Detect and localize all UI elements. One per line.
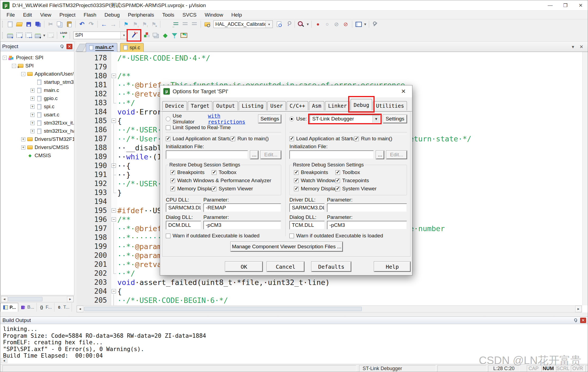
dialog-tab-asm[interactable]: Asm <box>309 101 324 110</box>
function-combo[interactable]: HAL_ADCEx_Calibration_S▾ <box>213 20 273 28</box>
bookmark-next-icon[interactable] <box>140 20 149 28</box>
use-debugger-radio[interactable] <box>289 117 294 121</box>
close-panel-icon[interactable]: ✕ <box>580 318 586 323</box>
help-button[interactable]: Help <box>374 262 411 272</box>
flash-funnel-icon[interactable] <box>170 31 179 39</box>
project-tree[interactable]: -Project: SPI-SPI-Application/User/start… <box>0 51 74 295</box>
menu-window[interactable]: Window <box>201 11 227 19</box>
dialog-tab-target[interactable]: Target <box>188 101 213 110</box>
comment-icon[interactable] <box>180 20 190 28</box>
tree-item-spi-c[interactable]: +spi.c <box>1 103 74 111</box>
cpu-dll-input[interactable]: SARMCM3.DLL <box>166 203 201 212</box>
dialog-tab-utilities[interactable]: Utilities <box>373 101 407 110</box>
tree-item-drivers-stm32f1xx-hal-driver[interactable]: +Drivers/STM32F1xx_HAL_Driver <box>1 135 74 143</box>
menu-edit[interactable]: Edit <box>19 11 36 19</box>
fold-collapse-icon[interactable]: − <box>112 163 116 168</box>
incremental-find-icon[interactable] <box>284 20 293 28</box>
dialog-dll-input[interactable]: DCM.DLL <box>166 221 201 230</box>
checkbox-system-viewer[interactable] <box>212 187 216 191</box>
scroll-thumb[interactable] <box>8 297 42 301</box>
tree-item-drivers-cmsis[interactable]: +Drivers/CMSIS <box>1 143 74 151</box>
undo-icon[interactable] <box>77 20 87 28</box>
init-file-input[interactable] <box>166 150 248 159</box>
scroll-left-icon[interactable]: ◄ <box>1 358 7 363</box>
menu-tools[interactable]: Tools <box>158 11 178 19</box>
find-dropdown-icon[interactable] <box>306 20 310 28</box>
close-file-icon[interactable]: ✕ <box>580 44 583 50</box>
nav-back-icon[interactable] <box>99 20 109 28</box>
checkbox-tracepoints[interactable] <box>335 178 340 183</box>
debug-session-icon[interactable] <box>161 31 170 39</box>
chevron-down-icon[interactable]: ▾ <box>120 32 127 39</box>
menu-view[interactable]: View <box>36 11 55 19</box>
defaults-button[interactable]: Defaults <box>311 262 351 272</box>
manage-rte-icon[interactable] <box>142 31 151 39</box>
warn-outdated-checkbox[interactable] <box>289 234 294 238</box>
driver-param-input[interactable] <box>327 203 407 212</box>
redo-icon[interactable] <box>87 20 96 28</box>
expand-icon[interactable]: + <box>21 145 25 150</box>
load-app-checkbox[interactable] <box>289 137 294 141</box>
tab-templates[interactable]: T... <box>54 303 72 312</box>
dialog-tab-user[interactable]: User <box>267 101 286 110</box>
expand-icon[interactable]: + <box>30 129 35 133</box>
expand-icon[interactable]: + <box>30 97 35 101</box>
browse-button[interactable]: ... <box>250 151 258 159</box>
scroll-left-icon[interactable]: ◄ <box>1 296 8 302</box>
expand-icon[interactable]: + <box>30 121 35 125</box>
target-combo[interactable]: SPI▾ <box>73 32 128 39</box>
expand-icon[interactable]: + <box>30 113 35 117</box>
collapse-icon[interactable]: - <box>3 56 7 60</box>
window-layout-icon[interactable] <box>354 20 363 28</box>
use-simulator-radio[interactable] <box>166 117 170 121</box>
checkbox-system-viewer[interactable] <box>335 187 340 191</box>
menu-help[interactable]: Help <box>227 11 246 19</box>
expand-icon[interactable]: + <box>21 137 25 141</box>
dialog-tab-debug[interactable]: Debug <box>351 99 372 110</box>
simulator-settings-button[interactable]: Settings <box>258 115 281 123</box>
build-output-content[interactable]: linking...Program Size: Code=5884 RO-dat… <box>0 324 588 364</box>
dialog-close-icon[interactable]: ✕ <box>397 88 409 95</box>
fold-collapse-icon[interactable]: − <box>112 217 116 222</box>
cancel-button[interactable]: Cancel <box>267 262 304 272</box>
scroll-thumb[interactable] <box>84 307 362 311</box>
chevron-down-icon[interactable]: ▼ <box>372 115 380 123</box>
checkbox-breakpoints[interactable] <box>294 170 299 175</box>
translate-icon[interactable] <box>5 31 15 39</box>
dialog-tab-device[interactable]: Device <box>162 101 187 110</box>
menu-peripherals[interactable]: Peripherals <box>124 11 158 19</box>
new-file-icon[interactable] <box>5 20 15 28</box>
fold-collapse-icon[interactable]: − <box>112 119 116 123</box>
chevron-down-icon[interactable]: ▾ <box>265 21 272 28</box>
tree-item-application-user-[interactable]: -Application/User/ <box>1 70 74 78</box>
pin-icon[interactable] <box>573 318 578 323</box>
tree-item-main-c[interactable]: +main.c <box>1 86 74 94</box>
tree-item-spi[interactable]: -SPI <box>1 62 74 70</box>
menu-file[interactable]: File <box>2 11 19 19</box>
edit-button[interactable]: Edit... <box>261 151 281 159</box>
debugger-combo[interactable]: ST-Link Debugger ▼ <box>310 115 380 123</box>
driver-dll-input[interactable]: SARMCM3.DLL <box>289 203 325 212</box>
scroll-left-icon[interactable]: ◄ <box>77 306 83 312</box>
uncomment-icon[interactable] <box>190 20 199 28</box>
editor-tab-main-c[interactable]: main.c* <box>86 43 117 52</box>
collapse-icon[interactable]: - <box>21 72 25 76</box>
checkbox-memory-display[interactable] <box>294 187 299 191</box>
pin-icon[interactable] <box>59 44 65 49</box>
window-layout-dropdown-icon[interactable] <box>363 20 367 28</box>
tree-item-cmsis[interactable]: CMSIS <box>1 151 74 160</box>
browse-button[interactable]: ... <box>376 151 384 159</box>
ok-button[interactable]: OK <box>225 262 263 272</box>
checkbox-memory-display[interactable] <box>170 187 175 191</box>
bookmark-toggle-icon[interactable] <box>121 20 131 28</box>
expand-icon[interactable]: + <box>30 88 35 92</box>
limit-speed-checkbox[interactable] <box>166 125 170 130</box>
breakpoint-disable-icon[interactable] <box>332 20 341 28</box>
checkbox-toolbox[interactable] <box>212 170 216 175</box>
expand-icon[interactable]: + <box>30 105 35 109</box>
tree-item-usart-c[interactable]: +usart.c <box>1 111 74 119</box>
tree-item-stm32f1xx-hal-msp-c[interactable]: +stm32f1xx_hal_msp.c <box>1 127 74 135</box>
copy-window-icon[interactable] <box>151 31 161 39</box>
build-icon[interactable] <box>15 31 24 39</box>
find-in-files-icon[interactable] <box>203 20 212 28</box>
